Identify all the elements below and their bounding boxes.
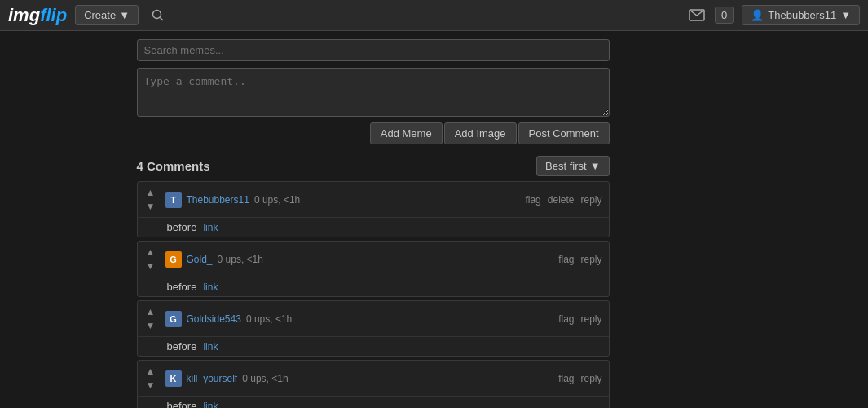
avatar: T: [165, 192, 182, 208]
comment-flag-link[interactable]: flag: [558, 373, 574, 384]
comment-flag-link[interactable]: flag: [558, 254, 574, 265]
search-input[interactable]: clone_trooper s lego announcement temp: [137, 39, 610, 61]
comment-meta: 0 ups, <1h: [218, 254, 263, 265]
comment-text: before: [167, 340, 197, 353]
main-content: clone_trooper s lego announcement temp A…: [137, 31, 732, 408]
downvote-button[interactable]: ▼: [144, 379, 157, 392]
user-menu-button[interactable]: 👤 Thebubbers11 ▼: [742, 5, 860, 25]
envelope-icon: [689, 9, 705, 21]
upvote-button[interactable]: ▲: [144, 365, 157, 378]
comments-count: 4 Comments: [137, 159, 210, 173]
comment-link[interactable]: link: [203, 401, 218, 409]
comments-header: 4 Comments Best first ▼: [137, 156, 610, 176]
comments-list: ▲ ▼ T Thebubbers11 0 ups, <1h flagdelete…: [137, 181, 732, 408]
downvote-button[interactable]: ▼: [144, 200, 157, 213]
comment-username[interactable]: kill_yourself: [187, 373, 238, 384]
search-icon-button[interactable]: [147, 4, 170, 27]
comment-reply-link[interactable]: reply: [580, 254, 601, 265]
comment-body: before link: [138, 218, 609, 237]
comment-item: ▲ ▼ K kill_yourself 0 ups, <1h flagreply…: [137, 360, 610, 408]
comment-text: before: [167, 221, 197, 233]
avatar: G: [165, 251, 182, 268]
comment-meta: 0 ups, <1h: [254, 194, 300, 206]
upvote-button[interactable]: ▲: [144, 186, 157, 199]
chevron-down-icon: ▼: [840, 9, 851, 21]
comment-item: ▲ ▼ G Goldside543 0 ups, <1h flagreply b…: [137, 300, 610, 357]
comment-meta: 0 ups, <1h: [242, 373, 288, 384]
comment-reply-link[interactable]: reply: [580, 373, 601, 384]
comment-header: ▲ ▼ K kill_yourself 0 ups, <1h flagreply: [138, 361, 609, 397]
vote-column: ▲ ▼: [144, 365, 157, 392]
svg-point-0: [153, 10, 161, 18]
comment-reply-link[interactable]: reply: [580, 313, 601, 325]
vote-column: ▲ ▼: [144, 246, 157, 273]
upvote-button[interactable]: ▲: [144, 305, 157, 318]
create-label: Create: [84, 9, 116, 21]
comment-delete-link[interactable]: delete: [548, 194, 575, 206]
comment-body: before link: [138, 277, 609, 296]
comment-username[interactable]: Thebubbers11: [187, 194, 249, 206]
add-meme-button[interactable]: Add Meme: [370, 122, 443, 144]
comment-actions: flagreply: [558, 313, 601, 325]
avatar: G: [165, 311, 182, 327]
add-image-button[interactable]: Add Image: [444, 122, 517, 144]
notification-count[interactable]: 0: [715, 7, 734, 24]
vote-column: ▲ ▼: [144, 186, 157, 213]
comment-actions: flagreply: [558, 373, 601, 384]
upvote-button[interactable]: ▲: [144, 246, 157, 259]
username-label: Thebubbers11: [768, 9, 836, 21]
post-comment-button[interactable]: Post Comment: [518, 122, 610, 144]
chevron-down-icon: ▼: [119, 9, 130, 21]
create-button[interactable]: Create ▼: [75, 5, 139, 25]
header-right: 0 👤 Thebubbers11 ▼: [687, 5, 860, 25]
comment-flag-link[interactable]: flag: [558, 313, 574, 325]
avatar: K: [165, 370, 182, 387]
comment-text: before: [167, 281, 197, 293]
user-icon: 👤: [751, 9, 764, 21]
comment-header: ▲ ▼ G Goldside543 0 ups, <1h flagreply: [138, 301, 609, 337]
comment-link[interactable]: link: [203, 341, 218, 353]
sort-label: Best first: [545, 160, 587, 172]
header: imgflip Create ▼ 0 👤 Thebubbers11 ▼: [0, 0, 868, 31]
comment-link[interactable]: link: [203, 222, 218, 233]
comment-text: before: [167, 400, 197, 408]
sort-button[interactable]: Best first ▼: [536, 156, 609, 176]
comment-textarea[interactable]: [137, 68, 610, 117]
svg-line-1: [161, 17, 164, 20]
search-row: clone_trooper s lego announcement temp: [137, 39, 732, 61]
comment-header: ▲ ▼ G Gold_ 0 ups, <1h flagreply: [138, 242, 609, 277]
comment-item: ▲ ▼ G Gold_ 0 ups, <1h flagreply before …: [137, 241, 610, 297]
comment-actions: flagdeletereply: [525, 194, 601, 206]
downvote-button[interactable]: ▼: [144, 319, 157, 332]
comment-link[interactable]: link: [203, 282, 218, 293]
comment-actions: flagreply: [558, 254, 601, 265]
chevron-down-icon: ▼: [590, 160, 601, 172]
downvote-button[interactable]: ▼: [144, 259, 157, 273]
search-icon: [152, 9, 165, 22]
comment-username[interactable]: Goldside543: [187, 313, 241, 325]
comment-reply-link[interactable]: reply: [580, 194, 601, 206]
comment-item: ▲ ▼ T Thebubbers11 0 ups, <1h flagdelete…: [137, 181, 610, 237]
comment-body: before link: [138, 397, 609, 408]
logo[interactable]: imgflip: [8, 5, 67, 26]
comment-body: before link: [138, 337, 609, 356]
vote-column: ▲ ▼: [144, 305, 157, 332]
comment-header: ▲ ▼ T Thebubbers11 0 ups, <1h flagdelete…: [138, 182, 609, 218]
comment-username[interactable]: Gold_: [187, 254, 213, 265]
action-buttons-row: Add Meme Add Image Post Comment: [137, 122, 610, 144]
mail-icon[interactable]: [687, 6, 707, 25]
comment-meta: 0 ups, <1h: [246, 313, 292, 325]
comment-flag-link[interactable]: flag: [525, 194, 540, 206]
